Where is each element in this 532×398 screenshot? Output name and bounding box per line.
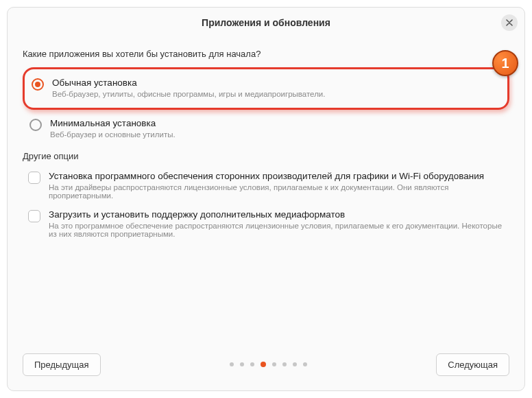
progress-dot	[282, 362, 287, 366]
option-thirdparty[interactable]: Установка программного обеспечения сторо…	[23, 169, 509, 208]
option-default-text: Обычная установка Веб-браузер, утилиты, …	[52, 78, 325, 98]
prev-button[interactable]: Предыдущая	[23, 353, 101, 376]
progress-dot	[230, 362, 234, 366]
checkbox-thirdparty[interactable]	[28, 172, 40, 184]
progress-dot-active	[261, 362, 266, 367]
radio-default-install[interactable]	[32, 78, 44, 91]
dialog-title: Приложения и обновления	[202, 17, 330, 28]
install-question: Какие приложения вы хотели бы установить…	[23, 49, 509, 59]
highlight-box: 1 Обычная установка Веб-браузер, утилиты…	[23, 67, 509, 110]
option-default-title: Обычная установка	[52, 78, 325, 88]
option-minimal-desc: Веб-браузер и основные утилиты.	[50, 130, 176, 139]
progress-dots	[230, 362, 307, 367]
checkbox-media-formats[interactable]	[28, 210, 40, 222]
dialog-content: Какие приложения вы хотели бы установить…	[8, 38, 524, 348]
radio-dot-icon	[35, 82, 40, 87]
option-default-desc: Веб-браузер, утилиты, офисные программы,…	[52, 90, 325, 98]
close-button[interactable]	[501, 14, 518, 31]
progress-dot	[303, 362, 307, 366]
option-media-title: Загрузить и установить поддержку дополни…	[49, 209, 509, 220]
progress-dot	[272, 362, 276, 366]
option-minimal-title: Минимальная установка	[50, 118, 176, 128]
option-media-formats[interactable]: Загрузить и установить поддержку дополни…	[23, 208, 509, 246]
option-media-desc: На это программное обеспечение распростр…	[49, 222, 509, 238]
installer-dialog: Приложения и обновления Какие приложения…	[7, 7, 525, 391]
progress-dot	[293, 362, 297, 366]
option-thirdparty-desc: На эти драйверы распространяются лицензи…	[49, 183, 509, 200]
other-options-label: Другие опции	[23, 151, 509, 161]
option-media-text: Загрузить и установить поддержку дополни…	[49, 209, 509, 238]
option-minimal-text: Минимальная установка Веб-браузер и осно…	[50, 118, 176, 139]
option-minimal-install[interactable]: Минимальная установка Веб-браузер и осно…	[28, 115, 509, 141]
option-default-install[interactable]: Обычная установка Веб-браузер, утилиты, …	[30, 75, 500, 101]
next-button[interactable]: Следующая	[436, 353, 509, 376]
close-icon	[506, 19, 513, 26]
radio-minimal-install[interactable]	[29, 119, 42, 131]
option-thirdparty-text: Установка программного обеспечения сторо…	[49, 171, 509, 200]
progress-dot	[240, 362, 244, 366]
dialog-footer: Предыдущая Следующая	[8, 348, 524, 390]
dialog-header: Приложения и обновления	[8, 8, 524, 38]
progress-dot	[250, 362, 254, 366]
highlight-badge: 1	[492, 50, 518, 76]
option-thirdparty-title: Установка программного обеспечения сторо…	[49, 171, 509, 181]
